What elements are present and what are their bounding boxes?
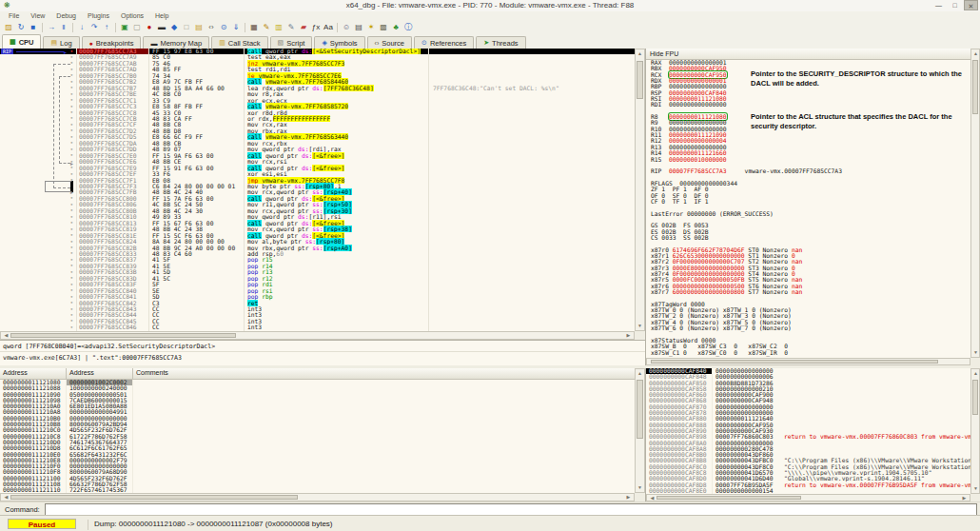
disassembly-hscrollbar[interactable]: ◀ ▶ (0, 331, 635, 340)
search-icon[interactable]: ⊙ (218, 22, 229, 33)
scroll-thumb[interactable] (10, 333, 236, 338)
scroll-thumb[interactable] (972, 60, 978, 114)
run-to-return-icon[interactable]: ↑ (101, 22, 112, 33)
functions-icon[interactable]: ƒx (310, 22, 322, 33)
register-line[interactable]: x87SW_C1 0 x87SW_C0 0 x87SW_IR 0 (646, 350, 970, 356)
tab-threads[interactable]: ➤Threads (476, 36, 525, 49)
lightbulb-icon[interactable]: ✶ (365, 22, 377, 33)
window-title: x64_dbg - File: vmware-vmx.exe - PID: 77… (0, 1, 980, 10)
chip-icon[interactable]: ▤ (353, 22, 364, 33)
status-bar: Paused Dump: 0000000011121080 -> 0000000… (0, 515, 980, 531)
scroll-right-icon[interactable]: ▶ (624, 332, 633, 339)
tab-label: References (430, 39, 466, 48)
new-script-icon[interactable]: ▢ (131, 22, 143, 33)
patch-icon[interactable]: ✎ (261, 22, 272, 33)
pause-icon[interactable]: ‖ (58, 22, 69, 33)
open-file-icon[interactable]: ▨ (3, 22, 14, 33)
scroll-up-icon[interactable]: ▲ (636, 370, 644, 377)
disassembly-vscrollbar[interactable]: ▲ ▼ (635, 49, 645, 331)
tab-cpu[interactable]: ▦CPU (2, 34, 41, 49)
scroll-down-icon[interactable]: ▼ (636, 484, 644, 491)
scroll-up-icon[interactable]: ▲ (971, 50, 980, 57)
registers-hscrollbar[interactable] (646, 358, 970, 365)
grid-icon[interactable]: ▩ (378, 22, 389, 33)
tab-references[interactable]: ⊙References (414, 36, 474, 49)
dump-vscrollbar[interactable]: ▲ ▼ (635, 368, 645, 493)
stack-vscrollbar[interactable]: ▲ ▼ (970, 368, 980, 494)
log-icon[interactable]: ▤ (193, 22, 205, 33)
maximize-button[interactable]: □ (948, 0, 962, 10)
leaf-icon[interactable]: ♣ (390, 22, 402, 33)
tab-bar: ▦CPU▤Log●Breakpoints▬Memory Map▥Call Sta… (0, 34, 980, 49)
dump-header-value[interactable]: Address (67, 368, 133, 379)
registers-pane[interactable]: Hide FPU RAX 0000000000000001RBX 0000000… (646, 49, 970, 358)
tab-call-stack[interactable]: ▥Call Stack (211, 36, 267, 49)
source-icon: ‹› (375, 40, 380, 47)
menu-options[interactable]: Options (115, 11, 149, 21)
disasm-row[interactable]: •00007FF7685CC846CCint3 (0, 324, 635, 330)
step-over-icon[interactable]: ↷ (88, 22, 100, 33)
menu-help[interactable]: Help (149, 11, 174, 21)
scroll-left-icon[interactable]: ◀ (648, 495, 657, 502)
toolbar: ▨↻■→‖↓↷↑▣▢●▬◆□▤‹›⊙⇓▦✎▥✎▰ƒxAa☺▤✶▩♣ⓘ (0, 21, 980, 35)
register-lines: RAX 0000000000000001RBX 0000000000CAF950… (646, 60, 970, 356)
strings-icon[interactable]: Aa (323, 22, 334, 33)
download-symbols-icon[interactable]: ⇓ (230, 22, 242, 33)
scroll-down-icon[interactable]: ▼ (971, 349, 980, 356)
scroll-up-icon[interactable]: ▲ (636, 50, 644, 57)
scroll-thumb[interactable] (651, 360, 938, 364)
run-icon[interactable]: → (46, 22, 57, 33)
stop-debugging-icon[interactable]: ■ (28, 22, 39, 33)
scroll-right-icon[interactable]: ▶ (624, 494, 633, 501)
scroll-down-icon[interactable]: ▼ (636, 323, 644, 329)
dump-header-comments[interactable]: Comments (133, 368, 635, 379)
disassembly-pane[interactable]: •00007FF7685CC7A3FF 15 97 E8 63 00call q… (0, 49, 635, 331)
rip-marker: RIP (1, 49, 13, 54)
breakpoints-icon[interactable]: ● (144, 22, 155, 33)
memory-dark-icon[interactable]: ▦ (248, 22, 260, 33)
scroll-thumb[interactable] (972, 380, 978, 415)
scroll-right-icon[interactable]: ▶ (960, 495, 969, 502)
scroll-left-icon[interactable]: ◀ (2, 332, 10, 339)
tab-breakpoints[interactable]: ●Breakpoints (82, 36, 142, 49)
registers-vscrollbar[interactable]: ▲ ▼ (970, 49, 980, 358)
comments-icon[interactable]: ▥ (273, 22, 284, 33)
brush-icon[interactable]: ✎ (285, 22, 297, 33)
dump-pane[interactable]: Address Address Comments 000000001112108… (0, 368, 635, 493)
memory-map-icon[interactable]: ▬ (156, 22, 167, 33)
minimize-button[interactable]: — (931, 0, 946, 10)
menu-view[interactable]: View (25, 11, 50, 21)
breakpoint-dot-icon[interactable]: • (69, 324, 73, 330)
scroll-up-icon[interactable]: ▲ (971, 370, 980, 377)
vertical-splitter[interactable] (645, 49, 646, 365)
source-icon[interactable]: ‹› (206, 22, 217, 33)
menu-plugins[interactable]: Plugins (82, 11, 115, 21)
dump-hscrollbar[interactable]: ◀ ▶ (0, 493, 635, 502)
scroll-down-icon[interactable]: ▼ (971, 485, 980, 492)
menu-file[interactable]: File (3, 11, 25, 21)
execute-icon[interactable]: ▣ (119, 22, 130, 33)
step-into-icon[interactable]: ↓ (76, 22, 88, 33)
eraser-icon[interactable]: ▰ (298, 22, 309, 33)
tab-memory-map[interactable]: ▬Memory Map (143, 36, 209, 49)
scroll-thumb[interactable] (637, 380, 643, 439)
info-icon[interactable]: ⓘ (402, 22, 414, 33)
windows-icon[interactable]: □ (181, 22, 192, 33)
stack-pane[interactable]: 0000000000CAF840000000000000000000000000… (646, 368, 970, 494)
scroll-thumb[interactable] (637, 61, 643, 99)
tab-source[interactable]: ‹›Source (367, 36, 412, 49)
tab-log[interactable]: ▤Log (43, 36, 79, 49)
scroll-left-icon[interactable]: ◀ (2, 494, 10, 501)
restart-icon[interactable]: ↻ (15, 22, 27, 33)
scroll-thumb[interactable] (10, 495, 298, 500)
tab-script[interactable]: ▧Script (270, 36, 313, 49)
menu-debug[interactable]: Debug (50, 11, 82, 21)
modules-icon[interactable]: ◆ (168, 22, 180, 33)
close-button[interactable]: ✕ (964, 0, 978, 10)
dump-header-address[interactable]: Address (0, 368, 67, 379)
toolbar-separator (337, 23, 338, 32)
attach-icon[interactable]: ☺ (341, 22, 352, 33)
tab-symbols[interactable]: ◈Symbols (314, 36, 364, 49)
stack-hscrollbar[interactable]: ◀ ▶ (646, 494, 970, 502)
scroll-thumb[interactable] (657, 496, 801, 500)
